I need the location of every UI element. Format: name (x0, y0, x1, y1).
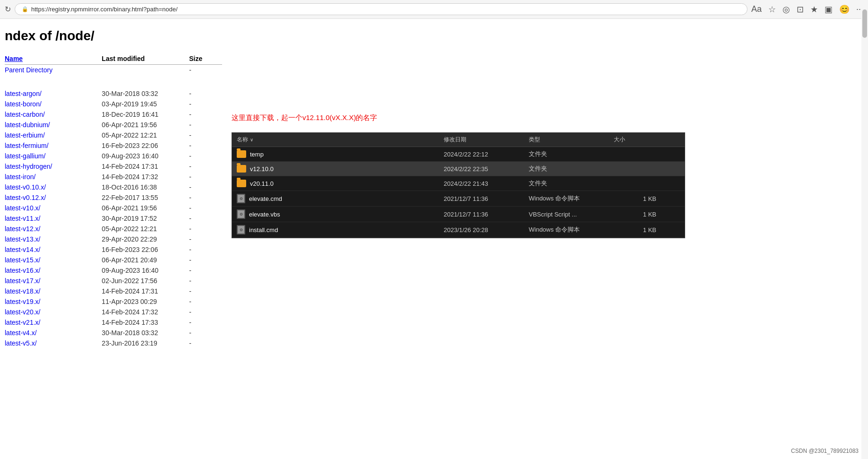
explorer-header: 名称 ∨ 修改日期 类型 大小 (232, 133, 685, 147)
list-item[interactable]: v12.10.0 2024/2/22 22:35 文件夹 (232, 162, 685, 176)
cell-size: - (189, 182, 222, 192)
dir-link[interactable]: latest-v4.x/ (5, 329, 37, 337)
cell-size: - (189, 286, 222, 296)
cell-type: 文件夹 (529, 150, 614, 158)
parent-directory-link[interactable]: Parent Directory (5, 66, 52, 74)
list-item[interactable]: temp 2024/2/22 22:12 文件夹 (232, 147, 685, 162)
table-row: Parent Directory - (5, 65, 222, 76)
cell-name: v12.10.0 (237, 165, 444, 173)
col-name[interactable]: Name (5, 53, 102, 65)
file-explorer-window: 名称 ∨ 修改日期 类型 大小 temp 2024/2/22 22:12 文件夹… (232, 132, 685, 238)
cell-size: - (189, 265, 222, 276)
dir-link[interactable]: latest-hydrogen/ (5, 163, 52, 170)
cell-modified: 16-Feb-2023 22:06 (102, 140, 189, 151)
cell-size: - (189, 307, 222, 317)
table-row: latest-v10.x/ 06-Apr-2021 19:56 - (5, 203, 222, 213)
cell-size: - (189, 192, 222, 203)
favorites-icon[interactable]: ★ (810, 4, 818, 15)
cell-modified: 14-Feb-2024 17:31 (102, 286, 189, 296)
cell-size: 1 KB (614, 195, 661, 202)
table-row: latest-v18.x/ 14-Feb-2024 17:31 - (5, 286, 222, 296)
cell-modified: 18-Oct-2016 16:38 (102, 182, 189, 192)
table-row: latest-v17.x/ 02-Jun-2022 17:56 - (5, 276, 222, 286)
cell-size: - (189, 224, 222, 234)
table-row: latest-carbon/ 18-Dec-2019 16:41 - (5, 109, 222, 120)
cell-modified: 09-Aug-2023 16:40 (102, 151, 189, 161)
table-row: latest-v5.x/ 23-Jun-2016 23:19 - (5, 338, 222, 348)
list-item[interactable]: v20.11.0 2024/2/22 21:43 文件夹 (232, 176, 685, 191)
dir-link[interactable]: latest-carbon/ (5, 111, 45, 118)
dir-link[interactable]: latest-v21.x/ (5, 319, 40, 326)
file-icon: ⚙ (237, 209, 245, 219)
dir-link[interactable]: latest-v13.x/ (5, 235, 40, 243)
cell-modified: 18-Dec-2019 16:41 (102, 109, 189, 120)
cell-name: ⚙elevate.cmd (237, 194, 444, 203)
table-row: latest-v11.x/ 30-Apr-2019 17:52 - (5, 213, 222, 224)
cell-size: - (189, 151, 222, 161)
scrollbar-thumb[interactable] (862, 9, 867, 38)
dir-link[interactable]: latest-v17.x/ (5, 277, 40, 285)
cell-type: Windows 命令脚本 (529, 194, 614, 203)
bookmark-icon[interactable]: ☆ (768, 4, 776, 15)
cell-size: - (189, 328, 222, 338)
cell-modified: 14-Feb-2024 17:31 (102, 161, 189, 172)
cell-modified: 16-Feb-2023 22:06 (102, 244, 189, 255)
cell-type: Windows 命令脚本 (529, 225, 614, 234)
dir-link[interactable]: latest-v14.x/ (5, 246, 40, 253)
list-item[interactable]: ⚙install.cmd 2023/1/26 20:28 Windows 命令脚… (232, 222, 685, 238)
dir-link[interactable]: latest-v16.x/ (5, 267, 40, 274)
cell-modified: 14-Feb-2024 17:32 (102, 172, 189, 182)
cell-size: - (189, 213, 222, 224)
dir-link[interactable]: latest-v15.x/ (5, 256, 40, 264)
splitview-icon[interactable]: ⊡ (797, 4, 804, 15)
dir-link[interactable]: latest-v10.x/ (5, 204, 40, 212)
dir-link[interactable]: latest-dubnium/ (5, 121, 50, 129)
dir-link[interactable]: latest-v11.x/ (5, 215, 40, 222)
dir-link[interactable]: latest-iron/ (5, 173, 35, 181)
cell-type: VBScript Script ... (529, 211, 614, 218)
list-item[interactable]: ⚙elevate.cmd 2021/12/7 11:36 Windows 命令脚… (232, 191, 685, 207)
dir-link[interactable]: latest-v5.x/ (5, 339, 37, 347)
cell-size: - (189, 130, 222, 140)
cell-size: - (189, 172, 222, 182)
table-row: latest-v21.x/ 14-Feb-2024 17:33 - (5, 317, 222, 328)
dir-link[interactable]: latest-v19.x/ (5, 298, 40, 305)
scrollbar[interactable] (861, 0, 868, 358)
cell-date: 2024/2/22 22:12 (444, 151, 529, 158)
file-icon: ⚙ (237, 194, 245, 203)
cell-size: - (189, 255, 222, 265)
dir-link[interactable]: latest-erbium/ (5, 131, 45, 139)
cell-date: 2021/12/7 11:36 (444, 195, 529, 202)
cell-date: 2023/1/26 20:28 (444, 226, 529, 234)
dir-link[interactable]: latest-v12.x/ (5, 225, 40, 233)
cell-size: - (189, 317, 222, 328)
cell-modified: 22-Feb-2017 13:55 (102, 192, 189, 203)
folder-icon (237, 165, 246, 173)
table-row: latest-hydrogen/ 14-Feb-2024 17:31 - (5, 161, 222, 172)
extension-icon[interactable]: ◎ (782, 4, 790, 15)
cell-date: 2024/2/22 21:43 (444, 180, 529, 187)
cell-modified: 14-Feb-2024 17:32 (102, 307, 189, 317)
address-bar[interactable]: 🔒 https://registry.npmmirror.com/binary.… (15, 3, 748, 15)
dir-link[interactable]: latest-boron/ (5, 100, 42, 108)
table-row: latest-v0.12.x/ 22-Feb-2017 13:55 - (5, 192, 222, 203)
cell-modified: 05-Apr-2022 12:21 (102, 224, 189, 234)
reload-button[interactable]: ↻ (5, 5, 11, 14)
dir-link[interactable]: latest-v18.x/ (5, 287, 40, 295)
explorer-col-name: 名称 ∨ (237, 136, 444, 144)
dir-link[interactable]: latest-argon/ (5, 90, 42, 97)
table-row: latest-v12.x/ 05-Apr-2022 12:21 - (5, 224, 222, 234)
profile-icon[interactable]: 😊 (839, 4, 850, 15)
dir-link[interactable]: latest-v20.x/ (5, 308, 40, 316)
reader-icon[interactable]: Aa (751, 4, 762, 14)
dir-link[interactable]: latest-gallium/ (5, 152, 45, 160)
cell-modified: 29-Apr-2020 22:29 (102, 234, 189, 244)
list-item[interactable]: ⚙elevate.vbs 2021/12/7 11:36 VBScript Sc… (232, 207, 685, 222)
table-row: latest-v4.x/ 30-Mar-2018 03:32 - (5, 328, 222, 338)
dir-link[interactable]: latest-v0.10.x/ (5, 183, 46, 191)
table-row: latest-erbium/ 05-Apr-2022 12:21 - (5, 130, 222, 140)
wallet-icon[interactable]: ▣ (825, 4, 833, 15)
dir-link[interactable]: latest-v0.12.x/ (5, 194, 46, 201)
explorer-col-modified: 修改日期 (444, 136, 529, 144)
dir-link[interactable]: latest-fermium/ (5, 142, 49, 149)
